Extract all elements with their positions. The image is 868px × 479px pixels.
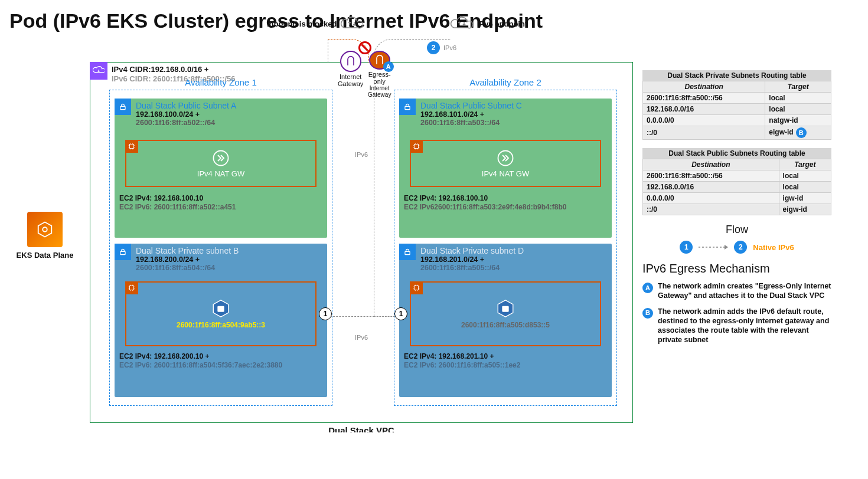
ec2-b-v4: EC2 IPv4: 192.168.200.10 +	[119, 352, 282, 361]
route-target: local	[765, 93, 831, 104]
mechanism-a-text: The network admin creates "Egress-Only I…	[658, 281, 831, 301]
route-target: igw-id	[779, 193, 831, 204]
ec2-a-v6: EC2 IPv6: 2600:1f16:8ff:a502::a451	[119, 203, 236, 212]
route-target: eigw-idB	[765, 126, 831, 140]
subnet-c-title: Dual Stack Public Subnet C	[420, 101, 607, 110]
table-row: 0.0.0.0/0natgw-id	[643, 115, 831, 126]
chip-icon	[410, 140, 423, 153]
mechanism-b: B The network admin adds the IPv6 defaul…	[642, 307, 831, 345]
gateways: Internet Gateway A Egress-only Internet …	[335, 51, 393, 98]
nat-icon	[212, 149, 230, 167]
private-routing-table: Dual Stack Prívate Subnets Routing table…	[642, 70, 831, 140]
subnet-a-v6: 2600:1f16:8ff:a502::/64	[136, 119, 322, 127]
connector-h-right	[374, 316, 395, 317]
flow-native-label: Native IPv6	[753, 243, 794, 252]
connector-h-left	[330, 316, 374, 317]
arrow-icon	[699, 244, 728, 250]
svg-rect-15	[502, 306, 508, 312]
route-destination: 0.0.0.0/0	[643, 115, 765, 126]
ec2-b-v6: EC2 IPv6: 2600:1f16:8ff:a504:5f36:7aec:2…	[119, 361, 282, 370]
availability-zone-2: Availability Zone 2 Dual Stack Public Su…	[394, 90, 617, 406]
egress-only-igw: A Egress-only Internet Gateway	[366, 51, 393, 98]
svg-rect-9	[405, 106, 410, 109]
ec2-c-v4: EC2 IPv4: 192.168.100.10	[404, 194, 566, 203]
internet-gateway: Internet Gateway	[335, 51, 366, 98]
route-destination: 0.0.0.0/0	[643, 193, 779, 204]
mechanism-heading: IPv6 Egress Mechanism	[642, 262, 831, 275]
lock-icon	[399, 244, 416, 260]
private-subnet-d: Dual Stack Private subnet D 192.168.201.…	[399, 244, 612, 397]
eigw-label: Egress-only	[366, 71, 393, 85]
nat-label: IPv4 NAT GW	[197, 169, 244, 178]
route-target: local	[765, 104, 831, 115]
svg-rect-6	[130, 286, 134, 290]
availability-zone-1: Availability Zone 1 Dual Stack Public Su…	[109, 90, 332, 406]
svg-rect-3	[130, 145, 134, 149]
igw-icon	[340, 51, 361, 72]
flow-legend: 1 2 Native IPv6	[642, 241, 831, 254]
spine-label-2: IPv6	[355, 334, 368, 341]
ec2-b: EC2 IPv4: 192.168.200.10 + EC2 IPv6: 260…	[119, 352, 282, 370]
svg-rect-5	[120, 251, 125, 254]
col-destination: Destination	[643, 159, 779, 170]
subnet-b-v4: 192.168.200.0/24 +	[136, 255, 322, 264]
table-row: 192.168.0.0/16local	[643, 104, 831, 115]
table-row: 2600:1f16:8ff:a500::/56local	[643, 170, 831, 182]
svg-rect-8	[217, 306, 224, 312]
lock-icon	[115, 99, 131, 115]
ec2-a-v4: EC2 IPv4: 192.168.100.10	[119, 194, 236, 203]
nat-gw-c: IPv4 NAT GW	[410, 140, 601, 187]
subnet-d-title: Dual Stack Private subnet D	[420, 246, 607, 255]
mechanism-a: A The network admin creates "Egress-Only…	[642, 281, 831, 301]
subnet-a-v4: 192.168.100.0/24 +	[136, 110, 322, 119]
igw-label: Internet Gateway	[335, 73, 366, 87]
lock-icon	[115, 244, 131, 260]
col-destination: Destination	[643, 81, 765, 93]
svg-rect-12	[405, 251, 410, 254]
nat-icon	[497, 149, 514, 167]
ec2-d-v4: EC2 IPv4: 192.168.201.10 +	[404, 352, 520, 361]
ec2-c: EC2 IPv4: 192.168.100.10 EC2 IPv62600:1f…	[404, 194, 566, 212]
az1-label: Availability Zone 1	[110, 77, 332, 87]
private-subnet-b: Dual Stack Private subnet B 192.168.200.…	[115, 244, 327, 397]
table-row: ::/0eigw-id	[643, 204, 831, 215]
step-2: 2 IPv6	[427, 41, 456, 54]
chip-icon	[125, 281, 138, 294]
badge-a: A	[383, 61, 394, 72]
subnet-c-v4: 192.168.101.0/24 +	[420, 110, 607, 119]
pod-d: 2600:1f16:8ff:a505:d853::5	[410, 281, 601, 346]
ec2-d-v6: EC2 IPv6: 2600:1f16:8ff:a505::1ee2	[404, 361, 520, 370]
sidebar: Dual Stack Prívate Subnets Routing table…	[642, 47, 831, 351]
step-1-badge: 1	[319, 307, 332, 320]
page-title: Pod (IPv6 EKS Cluster) egress to Interne…	[9, 9, 859, 32]
svg-rect-10	[415, 145, 419, 149]
table-row: 2600:1f16:8ff:a500::/56local	[643, 93, 831, 104]
svg-rect-13	[415, 286, 419, 290]
route-target: local	[779, 182, 831, 193]
svg-marker-0	[38, 222, 52, 237]
subnet-d-v4: 192.168.201.0/24 +	[420, 255, 607, 264]
route-destination: 2600:1f16:8ff:a500::/56	[643, 93, 765, 104]
ec2-a: EC2 IPv4: 192.168.100.10 EC2 IPv6: 2600:…	[119, 194, 236, 212]
eigw-icon: A	[369, 51, 390, 70]
badge-b: B	[796, 127, 807, 138]
subnet-b-title: Dual Stack Private subnet B	[136, 246, 322, 255]
cloud-icon	[450, 16, 474, 31]
col-target: Target	[765, 81, 831, 93]
public-routing-table: Dual Stack Public Subnets Routing table …	[642, 148, 831, 215]
pod-b: 2600:1f16:8ff:a504:9ab5::3	[125, 281, 316, 346]
col-target: Target	[779, 159, 831, 170]
step-2-label: IPv6	[443, 44, 456, 51]
lock-icon	[399, 99, 416, 115]
pod-b-ip: 2600:1f16:8ff:a504:9ab5::3	[177, 321, 265, 329]
public-subnet-a: Dual Stack Public Subnet A 192.168.100.0…	[115, 99, 327, 238]
public-subnet-c: Dual Stack Public Subnet C 192.168.101.0…	[399, 99, 612, 238]
badge-a: A	[642, 283, 653, 293]
svg-point-1	[43, 227, 47, 232]
flow-step-1: 1	[680, 241, 693, 254]
public-rt-caption: Dual Stack Public Subnets Routing table	[642, 148, 831, 159]
vpc-caption: Dual Stack VPC	[90, 425, 632, 432]
az2-label: Availability Zone 2	[394, 77, 616, 87]
pod-icon	[211, 298, 231, 319]
route-destination: 2600:1f16:8ff:a500::/56	[643, 170, 779, 182]
